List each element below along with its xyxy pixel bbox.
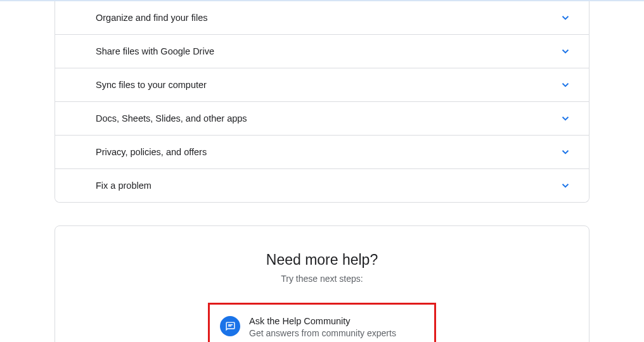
accordion-label: Sync files to your computer [96,80,207,90]
forum-icon [220,316,240,336]
accordion-item-sync[interactable]: Sync files to your computer [55,68,589,101]
chevron-down-icon [560,180,571,191]
accordion-item-organize[interactable]: Organize and find your files [55,1,589,34]
accordion-item-docs[interactable]: Docs, Sheets, Slides, and other apps [55,101,589,135]
accordion-item-share[interactable]: Share files with Google Drive [55,34,589,68]
chevron-down-icon [560,113,571,124]
chevron-down-icon [560,146,571,158]
community-desc: Get answers from community experts [249,328,396,338]
chevron-down-icon [560,46,571,57]
accordion-label: Share files with Google Drive [96,46,214,56]
help-title: Need more help? [68,251,576,269]
accordion-item-privacy[interactable]: Privacy, policies, and offers [55,135,589,168]
chevron-down-icon [560,79,571,91]
accordion-item-fix[interactable]: Fix a problem [55,168,589,202]
help-topics-accordion: Organize and find your files Share files… [55,1,589,203]
accordion-label: Privacy, policies, and offers [96,147,207,157]
need-more-help-card: Need more help? Try these next steps: As… [55,225,589,342]
help-subtitle: Try these next steps: [68,274,576,284]
accordion-label: Fix a problem [96,180,151,191]
accordion-label: Docs, Sheets, Slides, and other apps [96,113,247,124]
ask-help-community-button[interactable]: Ask the Help Community Get answers from … [208,303,436,342]
accordion-label: Organize and find your files [96,13,208,23]
community-title: Ask the Help Community [249,316,396,326]
chevron-down-icon [560,12,571,23]
